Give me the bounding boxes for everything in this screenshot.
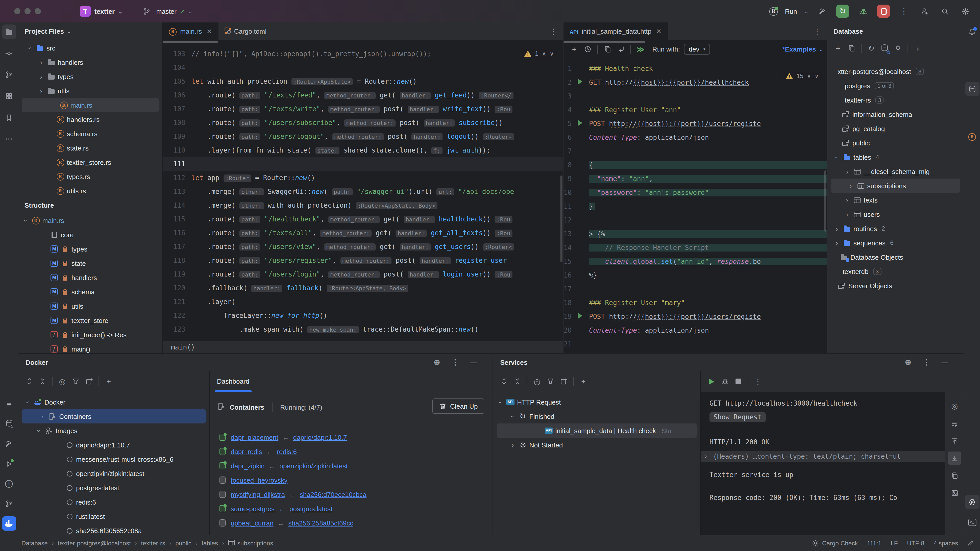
code-line[interactable]: 3 <box>563 89 827 103</box>
tree-row[interactable]: ›__diesel_schema_mig <box>827 164 964 179</box>
image-link[interactable]: sha256:d70ece10cbca <box>300 491 366 498</box>
chevron-down-icon[interactable]: › <box>496 399 504 405</box>
tree-row[interactable]: ›core <box>18 227 162 242</box>
code-line[interactable]: 8{ <box>563 158 827 172</box>
breadcrumb-item[interactable]: textter-rs <box>141 540 165 547</box>
tree-row[interactable]: ›textter-rs3 <box>827 93 964 107</box>
console-options[interactable]: ⋮ <box>751 375 765 388</box>
code-line[interactable]: 15 client.global.set("ann_id", response.… <box>563 254 827 268</box>
tree-row[interactable]: ›utils <box>18 84 162 98</box>
tool-commit[interactable] <box>2 46 16 60</box>
breadcrumb-item[interactable]: Database <box>21 540 48 547</box>
tool-bookmarks[interactable] <box>2 110 16 124</box>
expand-all[interactable] <box>497 375 511 388</box>
disconnect[interactable] <box>891 41 904 55</box>
copy-curl[interactable] <box>601 43 614 56</box>
breadcrumb-item[interactable]: subscriptions <box>228 540 273 547</box>
prev-problem-icon[interactable]: ∧ <box>807 73 811 79</box>
tree-row[interactable]: ›Rstate.rs <box>18 141 162 155</box>
tree-row[interactable]: ›redis:6 <box>18 495 209 509</box>
tool-more[interactable]: ⋯ <box>2 132 16 146</box>
expand-all[interactable] <box>22 375 36 388</box>
line-separator[interactable]: LF <box>891 540 898 547</box>
tree-row[interactable]: ›Mschema <box>18 285 162 299</box>
run-request-icon[interactable] <box>578 120 582 126</box>
h-scrollbar[interactable] <box>163 41 218 43</box>
code-line[interactable]: 10 "password": "ann's password" <box>563 186 827 200</box>
code-line[interactable]: 19POST http://{{host}}:{{port}}/users/re… <box>563 310 827 324</box>
duplicate[interactable] <box>845 41 858 55</box>
cargo-check-widget[interactable]: Cargo Check <box>811 539 858 547</box>
chevron-right-icon[interactable]: › <box>844 210 850 218</box>
tree-row[interactable]: ›openzipkin/zipkin:latest <box>18 466 209 481</box>
tree-row[interactable]: ›messense/rust-musl-cross:x86_6 <box>18 452 209 466</box>
chevron-down-icon[interactable]: › <box>509 413 517 420</box>
close-window-button[interactable] <box>14 8 21 14</box>
show-request-button[interactable]: Show Request <box>710 412 765 422</box>
chevron-right-icon[interactable]: › <box>509 441 516 449</box>
code-line[interactable]: 123 .make_span_with( new_make_span: trac… <box>163 322 563 336</box>
scroll-options[interactable]: ◎ <box>948 400 961 413</box>
tree-row[interactable]: ›src <box>18 41 162 55</box>
caret-position[interactable]: 111:1 <box>867 540 881 547</box>
container-link[interactable]: some-postgres <box>231 505 275 513</box>
container-row[interactable]: dapr_placement←daprio/dapr:1.10.7 <box>210 430 493 445</box>
chevron-down-icon[interactable]: › <box>26 44 34 51</box>
tree-row[interactable]: ›Rschema.rs <box>18 127 162 141</box>
new-datasource[interactable]: + <box>832 41 845 55</box>
minimize-window-button[interactable] <box>24 8 30 14</box>
code-line[interactable]: 13> {% <box>563 227 827 241</box>
container-link[interactable]: dapr_placement <box>231 433 278 441</box>
tree-row[interactable]: ›pg_catalog <box>827 121 964 136</box>
env-select[interactable]: dev ▾ <box>684 44 710 55</box>
response-headers-line[interactable]: › (Headers) …content-type: text/plain; c… <box>701 451 945 462</box>
tree-row[interactable]: ›textterdb3 <box>827 264 964 279</box>
container-link[interactable]: dapr_zipkin <box>231 462 265 470</box>
response-console[interactable]: GET http://localhost:3000/healthcheck Sh… <box>701 392 945 535</box>
project-widget[interactable]: T textter ⌄ <box>80 6 123 17</box>
tree-row[interactable]: ›Mstate <box>18 256 162 270</box>
services-connect[interactable]: ⊕ <box>901 356 915 369</box>
chevron-right-icon[interactable]: › <box>844 196 850 204</box>
tree-row[interactable]: ›handlers <box>18 55 162 69</box>
filter[interactable] <box>544 375 557 388</box>
collapse-all[interactable] <box>36 375 49 388</box>
code-line[interactable]: 7 <box>563 144 827 158</box>
image-link[interactable]: postgres:latest <box>290 505 332 513</box>
open-in-new-tab[interactable] <box>82 375 95 388</box>
tree-row[interactable]: ›Rtextter_store.rs <box>18 155 162 169</box>
run-config-icon[interactable]: R <box>769 7 778 16</box>
code-line[interactable]: 9 "name": "ann", <box>563 172 827 186</box>
v-scrollbar[interactable] <box>560 176 563 262</box>
chevron-down-icon[interactable]: › <box>833 154 841 160</box>
tool-run[interactable] <box>2 457 16 471</box>
tree-row[interactable]: ›postgres1 of 3 <box>827 79 964 93</box>
debug-request[interactable] <box>718 375 732 388</box>
tab-cargo-toml[interactable]: Cargo.toml <box>218 22 272 41</box>
tree-row[interactable]: ›↻Finished <box>493 409 700 424</box>
image-link[interactable]: openzipkin/zipkin:latest <box>280 462 348 470</box>
tree-row[interactable]: ›Containers <box>22 409 206 424</box>
code-line[interactable]: 116 .route( path: "/texts/all", method_r… <box>163 226 563 240</box>
run-all[interactable]: ≫ <box>634 43 647 56</box>
scroll-to-top[interactable] <box>948 434 961 448</box>
chevron-right-icon[interactable]: › <box>38 87 45 95</box>
tree-row[interactable]: ›Mtextter_store <box>18 313 162 327</box>
project-panel-header[interactable]: Project Files ⌄ <box>18 22 162 40</box>
run-request-icon[interactable] <box>578 79 582 85</box>
tool-docker[interactable] <box>2 516 16 530</box>
tool-terminal[interactable]: >_ <box>965 515 979 530</box>
tool-project[interactable] <box>2 24 16 39</box>
editor-options-button[interactable]: ⋮ <box>811 25 824 38</box>
code-line[interactable]: 109 .route( path: "/users/logout", metho… <box>163 130 563 143</box>
sticky-context-line[interactable]: main() <box>163 341 563 353</box>
tree-row[interactable]: ›subscriptions <box>831 179 960 193</box>
code-line[interactable]: 104 <box>163 61 563 75</box>
history[interactable] <box>581 43 594 56</box>
tree-row[interactable]: ›sequences6 <box>827 236 964 250</box>
code-line[interactable]: 5POST http://{{host}}:{{port}}/users/reg… <box>563 117 827 130</box>
container-row[interactable]: some-postgres←postgres:latest <box>210 502 493 516</box>
tree-row[interactable]: ›texts <box>827 193 964 207</box>
code-line[interactable]: 122 TraceLayer::new_for_http() <box>163 309 563 322</box>
breadcrumb-item[interactable]: tables <box>202 540 218 547</box>
